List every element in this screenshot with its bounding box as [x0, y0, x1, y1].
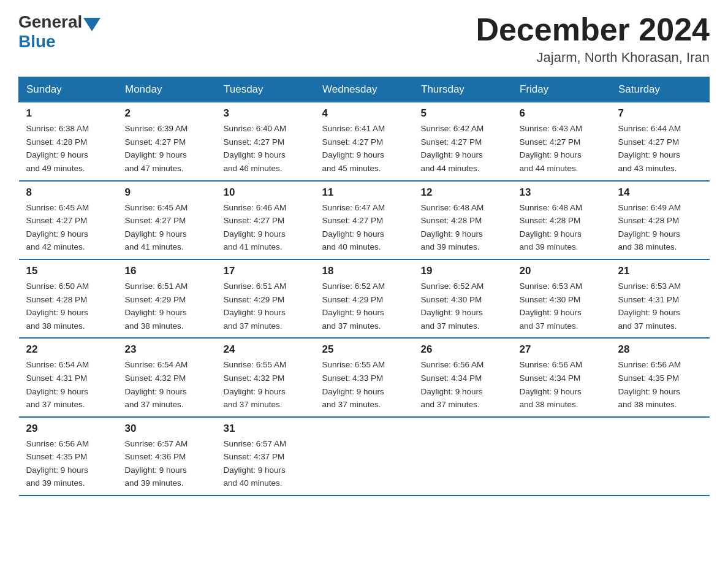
calendar-cell: 18 Sunrise: 6:52 AMSunset: 4:29 PMDaylig…	[315, 259, 414, 338]
day-info: Sunrise: 6:45 AMSunset: 4:27 PMDaylight:…	[125, 201, 209, 254]
calendar-table: SundayMondayTuesdayWednesdayThursdayFrid…	[18, 77, 710, 496]
day-info: Sunrise: 6:48 AMSunset: 4:28 PMDaylight:…	[520, 201, 604, 254]
calendar-cell: 2 Sunrise: 6:39 AMSunset: 4:27 PMDayligh…	[118, 102, 216, 181]
day-info: Sunrise: 6:53 AMSunset: 4:30 PMDaylight:…	[520, 280, 604, 332]
day-number: 10	[224, 186, 308, 199]
day-info: Sunrise: 6:55 AMSunset: 4:32 PMDaylight:…	[224, 358, 308, 411]
day-info: Sunrise: 6:54 AMSunset: 4:32 PMDaylight:…	[125, 358, 209, 411]
calendar-week-row: 29 Sunrise: 6:56 AMSunset: 4:35 PMDaylig…	[19, 417, 710, 496]
calendar-cell: 29 Sunrise: 6:56 AMSunset: 4:35 PMDaylig…	[19, 417, 118, 496]
day-number: 31	[224, 423, 308, 435]
day-number: 7	[618, 107, 702, 120]
day-number: 8	[26, 186, 110, 199]
calendar-week-row: 1 Sunrise: 6:38 AMSunset: 4:28 PMDayligh…	[19, 102, 710, 181]
calendar-cell: 23 Sunrise: 6:54 AMSunset: 4:32 PMDaylig…	[118, 338, 216, 416]
calendar-cell: 20 Sunrise: 6:53 AMSunset: 4:30 PMDaylig…	[512, 259, 611, 338]
calendar-cell: 4 Sunrise: 6:41 AMSunset: 4:27 PMDayligh…	[315, 102, 414, 181]
day-number: 13	[520, 186, 604, 199]
calendar-cell: 21 Sunrise: 6:53 AMSunset: 4:31 PMDaylig…	[611, 259, 710, 338]
day-number: 28	[618, 343, 702, 356]
day-info: Sunrise: 6:52 AMSunset: 4:30 PMDaylight:…	[421, 280, 505, 332]
day-info: Sunrise: 6:50 AMSunset: 4:28 PMDaylight:…	[26, 280, 110, 332]
day-number: 25	[322, 343, 406, 356]
weekday-header-friday: Friday	[512, 77, 611, 102]
calendar-cell: 10 Sunrise: 6:46 AMSunset: 4:27 PMDaylig…	[216, 181, 315, 259]
calendar-week-row: 8 Sunrise: 6:45 AMSunset: 4:27 PMDayligh…	[19, 181, 710, 259]
calendar-cell: 14 Sunrise: 6:49 AMSunset: 4:28 PMDaylig…	[611, 181, 710, 259]
location-title: Jajarm, North Khorasan, Iran	[476, 50, 710, 66]
day-number: 6	[520, 107, 604, 120]
calendar-cell: 5 Sunrise: 6:42 AMSunset: 4:27 PMDayligh…	[414, 102, 512, 181]
day-info: Sunrise: 6:45 AMSunset: 4:27 PMDaylight:…	[26, 201, 110, 254]
calendar-cell	[414, 417, 512, 496]
day-number: 17	[224, 265, 308, 277]
day-info: Sunrise: 6:48 AMSunset: 4:28 PMDaylight:…	[421, 201, 505, 254]
day-number: 27	[520, 343, 604, 356]
day-number: 5	[421, 107, 505, 120]
day-number: 12	[421, 186, 505, 199]
day-number: 18	[322, 265, 406, 277]
day-info: Sunrise: 6:54 AMSunset: 4:31 PMDaylight:…	[26, 358, 110, 411]
calendar-week-row: 22 Sunrise: 6:54 AMSunset: 4:31 PMDaylig…	[19, 338, 710, 416]
day-info: Sunrise: 6:56 AMSunset: 4:34 PMDaylight:…	[520, 358, 604, 411]
weekday-header-row: SundayMondayTuesdayWednesdayThursdayFrid…	[19, 77, 710, 102]
day-info: Sunrise: 6:41 AMSunset: 4:27 PMDaylight:…	[322, 122, 406, 175]
day-number: 29	[26, 423, 110, 435]
calendar-cell: 31 Sunrise: 6:57 AMSunset: 4:37 PMDaylig…	[216, 417, 315, 496]
calendar-cell: 25 Sunrise: 6:55 AMSunset: 4:33 PMDaylig…	[315, 338, 414, 416]
logo: General Blue	[18, 12, 102, 52]
day-number: 9	[125, 186, 209, 199]
calendar-cell: 13 Sunrise: 6:48 AMSunset: 4:28 PMDaylig…	[512, 181, 611, 259]
day-number: 21	[618, 265, 702, 277]
calendar-cell: 27 Sunrise: 6:56 AMSunset: 4:34 PMDaylig…	[512, 338, 611, 416]
day-info: Sunrise: 6:39 AMSunset: 4:27 PMDaylight:…	[125, 122, 209, 175]
day-info: Sunrise: 6:38 AMSunset: 4:28 PMDaylight:…	[26, 122, 110, 175]
title-section: December 2024 Jajarm, North Khorasan, Ir…	[476, 12, 710, 66]
calendar-cell: 12 Sunrise: 6:48 AMSunset: 4:28 PMDaylig…	[414, 181, 512, 259]
day-info: Sunrise: 6:52 AMSunset: 4:29 PMDaylight:…	[322, 280, 406, 332]
calendar-cell: 11 Sunrise: 6:47 AMSunset: 4:27 PMDaylig…	[315, 181, 414, 259]
weekday-header-saturday: Saturday	[611, 77, 710, 102]
calendar-cell	[512, 417, 611, 496]
day-info: Sunrise: 6:51 AMSunset: 4:29 PMDaylight:…	[224, 280, 308, 332]
day-number: 22	[26, 343, 110, 356]
day-info: Sunrise: 6:47 AMSunset: 4:27 PMDaylight:…	[322, 201, 406, 254]
calendar-cell: 19 Sunrise: 6:52 AMSunset: 4:30 PMDaylig…	[414, 259, 512, 338]
calendar-cell: 6 Sunrise: 6:43 AMSunset: 4:27 PMDayligh…	[512, 102, 611, 181]
day-info: Sunrise: 6:55 AMSunset: 4:33 PMDaylight:…	[322, 358, 406, 411]
day-number: 20	[520, 265, 604, 277]
day-info: Sunrise: 6:56 AMSunset: 4:35 PMDaylight:…	[618, 358, 702, 411]
day-number: 19	[421, 265, 505, 277]
day-number: 30	[125, 423, 209, 435]
weekday-header-monday: Monday	[118, 77, 216, 102]
calendar-cell: 9 Sunrise: 6:45 AMSunset: 4:27 PMDayligh…	[118, 181, 216, 259]
day-info: Sunrise: 6:43 AMSunset: 4:27 PMDaylight:…	[520, 122, 604, 175]
calendar-cell: 26 Sunrise: 6:56 AMSunset: 4:34 PMDaylig…	[414, 338, 512, 416]
weekday-header-thursday: Thursday	[414, 77, 512, 102]
day-number: 2	[125, 107, 209, 120]
calendar-cell: 1 Sunrise: 6:38 AMSunset: 4:28 PMDayligh…	[19, 102, 118, 181]
day-number: 4	[322, 107, 406, 120]
logo-triangle-icon	[83, 18, 100, 31]
day-number: 15	[26, 265, 110, 277]
day-number: 3	[224, 107, 308, 120]
weekday-header-sunday: Sunday	[19, 77, 118, 102]
day-info: Sunrise: 6:56 AMSunset: 4:35 PMDaylight:…	[26, 437, 110, 490]
calendar-cell: 8 Sunrise: 6:45 AMSunset: 4:27 PMDayligh…	[19, 181, 118, 259]
day-info: Sunrise: 6:49 AMSunset: 4:28 PMDaylight:…	[618, 201, 702, 254]
calendar-cell: 30 Sunrise: 6:57 AMSunset: 4:36 PMDaylig…	[118, 417, 216, 496]
calendar-cell: 15 Sunrise: 6:50 AMSunset: 4:28 PMDaylig…	[19, 259, 118, 338]
day-info: Sunrise: 6:53 AMSunset: 4:31 PMDaylight:…	[618, 280, 702, 332]
calendar-cell: 3 Sunrise: 6:40 AMSunset: 4:27 PMDayligh…	[216, 102, 315, 181]
calendar-cell: 28 Sunrise: 6:56 AMSunset: 4:35 PMDaylig…	[611, 338, 710, 416]
day-number: 11	[322, 186, 406, 199]
day-info: Sunrise: 6:51 AMSunset: 4:29 PMDaylight:…	[125, 280, 209, 332]
day-number: 24	[224, 343, 308, 356]
calendar-cell	[611, 417, 710, 496]
day-number: 23	[125, 343, 209, 356]
calendar-cell: 22 Sunrise: 6:54 AMSunset: 4:31 PMDaylig…	[19, 338, 118, 416]
logo-blue-text: Blue	[18, 32, 56, 52]
logo-general-text: General	[18, 12, 82, 32]
calendar-cell: 16 Sunrise: 6:51 AMSunset: 4:29 PMDaylig…	[118, 259, 216, 338]
calendar-cell: 24 Sunrise: 6:55 AMSunset: 4:32 PMDaylig…	[216, 338, 315, 416]
